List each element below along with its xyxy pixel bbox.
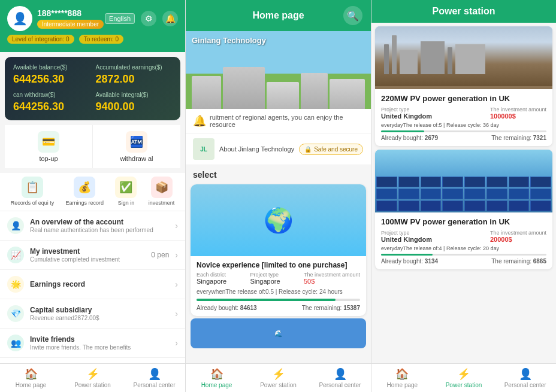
topup-button[interactable]: 💳 top-up xyxy=(5,125,93,168)
level-row: Level of integration: 0 To redeem: 0 xyxy=(7,35,178,44)
release-2: everydayThe release of:4 | Release cycle… xyxy=(381,245,546,251)
building-visual xyxy=(186,67,371,109)
avatar: 👤 xyxy=(7,6,32,31)
home-icon: 🏠 xyxy=(210,367,223,381)
nav-home-label: Home page xyxy=(16,382,47,388)
remaining-value: 15387 xyxy=(343,305,360,311)
earnings-icon: 💰 xyxy=(74,177,95,198)
records-icon: 📋 xyxy=(22,177,43,198)
withdrawal-icon: 🏧 xyxy=(126,131,147,153)
menu-earnings[interactable]: 💰 Earnings record xyxy=(66,177,104,206)
promotion-list-item[interactable]: 🏆 Promotion of record › xyxy=(0,358,185,363)
bought-row: Already bought: 84613 The remaining: 153… xyxy=(191,303,366,316)
amount-stat: The investment amount 50$ xyxy=(304,272,360,285)
menu-records[interactable]: 📋 Records of equi ty xyxy=(11,177,55,206)
nav-power-label: Power station xyxy=(74,382,111,388)
bought-row-2: Already bought: 3134 The remaining: 6865 xyxy=(381,258,546,265)
available-balance-value: 644256.30 xyxy=(13,73,90,86)
investment-label: investment xyxy=(149,200,175,206)
left-header: 👤 188*****888 Intermediate member Englis… xyxy=(0,0,185,52)
nav-power-right[interactable]: ⚡ Power station xyxy=(433,364,495,392)
power-icon: ⚡ xyxy=(86,367,99,381)
menu-investment[interactable]: 📦 investment xyxy=(149,177,175,206)
nav-personal-label: Personal center xyxy=(319,382,361,388)
nav-power[interactable]: ⚡ Power station xyxy=(62,364,123,392)
bought-1: Already bought: 2679 xyxy=(381,135,438,141)
available-balance-label: Available balance($) xyxy=(13,64,90,71)
power-card-2[interactable]: 100MW PV power generation in UK Project … xyxy=(375,150,552,269)
nav-personal-label: Personal center xyxy=(133,382,175,388)
power-title-2: 100MW PV power generation in UK xyxy=(381,217,546,226)
nav-power-mid[interactable]: ⚡ Power station xyxy=(247,364,309,392)
nav-home-right[interactable]: 🏠 Home page xyxy=(371,364,433,392)
capital-subtitle: Revenue earned2872.00$ xyxy=(30,315,169,321)
menu-icons-row: 📋 Records of equi ty 💰 Earnings record ✅… xyxy=(0,173,185,211)
investment-title: My investment xyxy=(30,247,145,256)
earnings-title: Earnings record xyxy=(30,280,169,288)
lock-icon: 🔒 xyxy=(304,146,312,153)
bought-2: Already bought: 3134 xyxy=(381,258,438,265)
available-balance: Available balance($) 644256.30 xyxy=(13,64,90,86)
nav-home-mid[interactable]: 🏠 Home page xyxy=(186,364,247,392)
industrial-image xyxy=(375,26,552,89)
arrow-icon: › xyxy=(175,338,178,348)
search-icon[interactable]: 🔍 xyxy=(343,6,362,25)
settings-icon[interactable]: ⚙ xyxy=(141,11,156,26)
district-value: Singapore xyxy=(197,278,226,285)
power-meta-1: Project type United Kingdom The investme… xyxy=(381,107,546,120)
action-row: 💳 top-up 🏧 withdraw al xyxy=(5,125,180,168)
withdrawal-button[interactable]: 🏧 withdraw al xyxy=(93,125,180,168)
progress-bar xyxy=(197,299,360,301)
left-panel: 👤 188*****888 Intermediate member Englis… xyxy=(0,0,186,392)
overview-content: An overview of the account Real name aut… xyxy=(30,218,169,233)
overview-icon: 👤 xyxy=(7,217,24,234)
investment-content: My investment Cumulative completed inves… xyxy=(30,247,145,263)
secure-badge: 🔒 Safe and secure xyxy=(299,144,363,155)
nav-personal[interactable]: 👤 Personal center xyxy=(123,364,185,392)
signin-label: Sign in xyxy=(118,200,135,206)
progress-1 xyxy=(381,130,546,132)
progress-fill-2 xyxy=(381,254,433,256)
balance-card: Available balance($) 644256.30 Accumulat… xyxy=(5,57,180,120)
signin-icon: ✅ xyxy=(115,177,137,198)
type-meta: Project type United Kingdom xyxy=(381,107,432,120)
can-withdraw: can withdraw($) 644256.30 xyxy=(13,92,90,113)
bought-value: 84613 xyxy=(240,305,257,311)
product-card[interactable]: 🌍 Novice experience [limited to one purc… xyxy=(191,184,366,316)
capital-list-item[interactable]: 💎 Capital subsidiary Revenue earned2872.… xyxy=(0,299,185,329)
notification-icon[interactable]: 🔔 xyxy=(162,11,178,26)
amount-meta: The investment amount 100000$ xyxy=(490,107,546,120)
home-icon: 🏠 xyxy=(25,367,38,381)
company-name: About Jinlang Technology xyxy=(219,145,294,153)
invite-subtitle: Invite more friends. The more benefits xyxy=(30,344,169,351)
nav-personal-right[interactable]: 👤 Personal center xyxy=(494,364,556,392)
nav-personal-label: Personal center xyxy=(504,382,546,388)
invite-list-item[interactable]: 👥 Invite friends Invite more friends. Th… xyxy=(0,329,185,358)
promo-banner: 🔔 ruitment of regional agents, you can e… xyxy=(186,109,371,133)
capital-content: Capital subsidiary Revenue earned2872.00… xyxy=(30,306,169,321)
arrow-icon: › xyxy=(175,221,178,230)
level-label: Level of integration: 0 xyxy=(7,35,74,44)
overview-subtitle: Real name authentication has been perfor… xyxy=(30,227,169,233)
header-top: 👤 188*****888 Intermediate member Englis… xyxy=(7,6,178,31)
bought-row-1: Already bought: 2679 The remaining: 7321 xyxy=(381,135,546,141)
nav-home[interactable]: 🏠 Home page xyxy=(0,364,62,392)
user-info: 👤 188*****888 Intermediate member xyxy=(7,6,104,31)
nav-personal-mid[interactable]: 👤 Personal center xyxy=(309,364,371,392)
amount-value-1: 100000$ xyxy=(490,113,546,120)
language-button[interactable]: English xyxy=(105,13,135,24)
member-badge: Intermediate member xyxy=(37,20,104,29)
earnings-list-item[interactable]: 🌟 Earnings record › xyxy=(0,270,185,299)
list-item[interactable]: 👤 An overview of the account Real name a… xyxy=(0,211,185,241)
amount-label-1: The investment amount xyxy=(490,107,546,113)
bought-info: Already bought: 84613 xyxy=(197,305,257,311)
power-card-1[interactable]: 220MW PV power generation in UK Project … xyxy=(375,26,552,146)
arrow-icon: › xyxy=(175,279,178,289)
overview-title: An overview of the account xyxy=(30,218,169,226)
menu-signin[interactable]: ✅ Sign in xyxy=(115,177,137,206)
username: 188*****888 xyxy=(37,8,104,18)
header-icons: English ⚙ 🔔 xyxy=(105,11,178,26)
list-item[interactable]: 📈 My investment Cumulative completed inv… xyxy=(0,241,185,270)
remaining-2: The remaining: 6865 xyxy=(491,258,546,265)
personal-icon: 👤 xyxy=(519,367,532,381)
